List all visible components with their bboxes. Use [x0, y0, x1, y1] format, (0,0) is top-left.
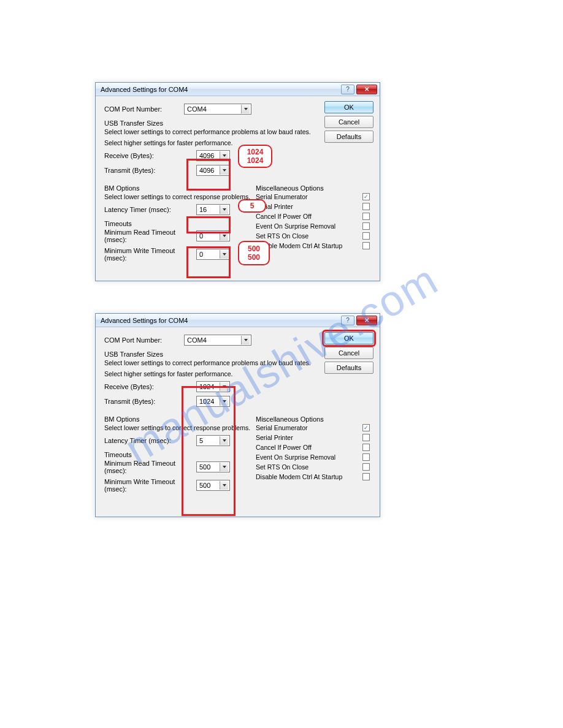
misc-group-title: Miscellaneous Options: [256, 415, 372, 423]
check-event-surprise[interactable]: Event On Surprise Removal: [256, 453, 372, 461]
help-icon[interactable]: ?: [341, 85, 354, 94]
chevron-down-icon: [241, 336, 250, 344]
check-disable-modem[interactable]: Disable Modem Ctrl At Startup: [256, 242, 372, 249]
min-write-select[interactable]: 500: [196, 480, 230, 491]
min-read-select[interactable]: 0: [196, 230, 230, 241]
transmit-label: Transmit (Bytes):: [104, 167, 196, 174]
min-write-label: Minimum Write Timeout (msec):: [104, 247, 196, 262]
window-title: Advanced Settings for COM4: [101, 317, 341, 324]
close-icon[interactable]: ✕: [356, 85, 377, 94]
check-serial-enum[interactable]: Serial Enumerator✓: [256, 193, 372, 200]
chevron-down-icon: [220, 436, 228, 445]
receive-select[interactable]: 4096: [196, 150, 230, 161]
chevron-down-icon: [220, 481, 228, 490]
chevron-down-icon: [220, 250, 228, 259]
min-write-value: 500: [199, 482, 210, 489]
chevron-down-icon: [241, 105, 250, 113]
timeouts-group-title: Timeouts: [104, 220, 251, 227]
bm-group-title: BM Options: [104, 184, 251, 192]
latency-value: 16: [199, 206, 207, 213]
check-set-rts[interactable]: Set RTS On Close: [256, 232, 372, 240]
latency-select[interactable]: 16: [196, 204, 230, 215]
checkbox-icon: [362, 222, 370, 230]
titlebar: Advanced Settings for COM4 ? ✕: [96, 83, 380, 96]
checkbox-icon: [362, 242, 370, 249]
window-title: Advanced Settings for COM4: [101, 86, 341, 93]
min-read-select[interactable]: 500: [196, 461, 230, 472]
receive-label: Receive (Bytes):: [104, 383, 196, 390]
transmit-value: 1024: [199, 398, 214, 405]
timeouts-group-title: Timeouts: [104, 451, 251, 458]
receive-select[interactable]: 1024: [196, 381, 230, 392]
checkbox-icon: [362, 453, 370, 461]
transmit-value: 4096: [199, 167, 214, 174]
check-set-rts[interactable]: Set RTS On Close: [256, 463, 372, 471]
transmit-label: Transmit (Bytes):: [104, 398, 196, 405]
dialog-advanced-settings-1: Advanced Settings for COM4 ? ✕ OK Cancel…: [95, 82, 380, 281]
check-serial-printer[interactable]: Serial Printer: [256, 434, 372, 441]
latency-label: Latency Timer (msec):: [104, 206, 196, 213]
ok-button[interactable]: OK: [324, 101, 373, 113]
bm-help: Select lower settings to correct respons…: [104, 424, 251, 431]
checkbox-icon: [362, 434, 370, 441]
chevron-down-icon: [220, 166, 228, 175]
check-event-surprise[interactable]: Event On Surprise Removal: [256, 222, 372, 230]
transmit-select[interactable]: 4096: [196, 165, 230, 176]
com-port-label: COM Port Number:: [104, 336, 184, 344]
close-icon[interactable]: ✕: [356, 316, 377, 325]
help-icon[interactable]: ?: [341, 316, 354, 325]
check-cancel-poweroff[interactable]: Cancel If Power Off: [256, 213, 372, 220]
checkbox-icon: [362, 203, 370, 210]
checkbox-icon: [362, 232, 370, 240]
receive-label: Receive (Bytes):: [104, 152, 196, 159]
ok-button[interactable]: OK: [324, 332, 373, 344]
check-disable-modem[interactable]: Disable Modem Ctrl At Startup: [256, 473, 372, 480]
chevron-down-icon: [220, 151, 228, 160]
check-serial-enum[interactable]: Serial Enumerator✓: [256, 424, 372, 431]
cancel-button[interactable]: Cancel: [324, 116, 373, 128]
checkbox-icon: [362, 213, 370, 220]
receive-value: 1024: [199, 383, 214, 390]
min-read-label: Minimum Read Timeout (msec):: [104, 460, 196, 474]
bm-group-title: BM Options: [104, 415, 251, 423]
com-port-value: COM4: [187, 336, 207, 344]
com-port-value: COM4: [187, 105, 207, 113]
defaults-button[interactable]: Defaults: [324, 131, 373, 143]
min-read-label: Minimum Read Timeout (msec):: [104, 229, 196, 243]
latency-label: Latency Timer (msec):: [104, 437, 196, 444]
min-write-label: Minimum Write Timeout (msec):: [104, 478, 196, 493]
check-cancel-poweroff[interactable]: Cancel If Power Off: [256, 444, 372, 451]
titlebar: Advanced Settings for COM4 ? ✕: [96, 314, 380, 327]
com-port-select[interactable]: COM4: [184, 335, 251, 346]
com-port-select[interactable]: COM4: [184, 104, 251, 115]
checkbox-icon: [362, 473, 370, 480]
checkbox-icon: ✓: [362, 193, 370, 200]
min-write-select[interactable]: 0: [196, 249, 230, 260]
latency-value: 5: [199, 437, 203, 444]
bm-help: Select lower settings to correct respons…: [104, 193, 251, 200]
com-port-label: COM Port Number:: [104, 105, 184, 113]
min-read-value: 500: [199, 463, 210, 471]
cancel-button[interactable]: Cancel: [324, 347, 373, 359]
chevron-down-icon: [220, 205, 228, 214]
dialog-advanced-settings-2: Advanced Settings for COM4 ? ✕ OK Cancel…: [95, 313, 380, 517]
checkbox-icon: ✓: [362, 424, 370, 431]
checkbox-icon: [362, 463, 370, 471]
chevron-down-icon: [220, 463, 228, 471]
transmit-select[interactable]: 1024: [196, 396, 230, 407]
latency-select[interactable]: 5: [196, 435, 230, 446]
chevron-down-icon: [220, 232, 228, 240]
min-write-value: 0: [199, 251, 203, 258]
min-read-value: 0: [199, 232, 203, 240]
checkbox-icon: [362, 444, 370, 451]
check-serial-printer[interactable]: Serial Printer: [256, 203, 372, 210]
receive-value: 4096: [199, 152, 214, 159]
defaults-button[interactable]: Defaults: [324, 362, 373, 374]
chevron-down-icon: [220, 397, 228, 406]
chevron-down-icon: [220, 382, 228, 391]
misc-group-title: Miscellaneous Options: [256, 184, 372, 192]
